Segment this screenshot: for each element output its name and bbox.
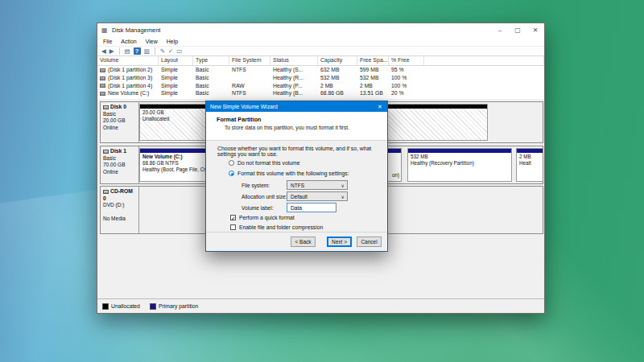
allocation-unit-select[interactable]: Default ∨ xyxy=(287,191,348,201)
legend-bar: Unallocated Primary partition xyxy=(97,298,544,313)
action-pane-icon[interactable]: ▭ xyxy=(176,47,182,55)
maximize-button[interactable]: ▢ xyxy=(509,23,526,37)
new-simple-volume-wizard-dialog: New Simple Volume Wizard ✕ Format Partit… xyxy=(205,101,388,252)
disk-icon xyxy=(103,150,109,154)
chevron-down-icon: ∨ xyxy=(341,194,345,200)
toolbar: ◀ ▶ ▤ ? ▥ ✎ ✓ ▭ xyxy=(97,46,544,56)
col-pct-free[interactable]: % Free xyxy=(389,56,424,65)
refresh-check-icon[interactable]: ✓ xyxy=(168,47,173,55)
legend-primary-partition: Primary partition xyxy=(150,303,198,310)
col-file-system[interactable]: File System xyxy=(229,56,270,65)
back-icon[interactable]: ◀ xyxy=(101,47,106,55)
radio-icon-unselected xyxy=(229,160,234,166)
next-button[interactable]: Next > xyxy=(327,237,352,247)
partition-recovery-region[interactable]: 532 MB Healthy (Recovery Partition) xyxy=(407,148,512,182)
col-empty xyxy=(424,56,544,65)
window-titlebar[interactable]: ▦ Disk Management – ▢ ✕ xyxy=(97,23,544,37)
col-capacity[interactable]: Capacity xyxy=(318,56,357,65)
back-button[interactable]: < Back xyxy=(291,237,316,247)
menu-help[interactable]: Help xyxy=(167,39,178,44)
dialog-intro-text: Choose whether you want to format this v… xyxy=(217,146,378,157)
close-button[interactable]: ✕ xyxy=(526,23,544,37)
export-list-icon[interactable]: ▥ xyxy=(144,47,150,55)
checkbox-quick-format[interactable]: ✓Perform a quick format xyxy=(230,215,295,220)
volume-label-input[interactable] xyxy=(287,203,336,212)
minimize-button[interactable]: – xyxy=(491,23,509,37)
chevron-down-icon: ∨ xyxy=(341,183,345,188)
menu-view[interactable]: View xyxy=(146,39,158,44)
col-free-space[interactable]: Free Spa... xyxy=(357,56,389,65)
console-tree-icon[interactable]: ▤ xyxy=(125,47,130,55)
dialog-header: Format Partition To store data on this p… xyxy=(206,112,387,141)
legend-unallocated: Unallocated xyxy=(102,303,140,310)
disk-icon xyxy=(103,105,109,109)
cdrom-icon xyxy=(103,190,109,194)
menu-action[interactable]: Action xyxy=(121,39,136,44)
col-volume[interactable]: Volume xyxy=(97,56,159,65)
col-layout[interactable]: Layout xyxy=(159,56,193,65)
volume-icon xyxy=(100,84,105,88)
help-icon[interactable]: ? xyxy=(134,47,141,55)
volume-row[interactable]: (Disk 1 partition 3) Simple Basic Health… xyxy=(97,74,544,82)
volume-label-label: Volume label: xyxy=(242,205,274,211)
disk-management-app-icon: ▦ xyxy=(101,27,109,34)
file-system-label: File system: xyxy=(242,183,270,188)
dialog-titlebar[interactable]: New Simple Volume Wizard ✕ xyxy=(206,101,387,112)
col-status[interactable]: Status xyxy=(270,56,318,65)
menu-bar: File Action View Help xyxy=(97,37,544,46)
dialog-close-icon[interactable]: ✕ xyxy=(373,101,387,112)
col-type[interactable]: Type xyxy=(193,56,229,65)
forward-icon[interactable]: ▶ xyxy=(109,47,114,55)
volume-list-header: Volume Layout Type File System Status Ca… xyxy=(97,56,544,66)
toolbar-separator xyxy=(155,47,155,55)
dialog-step-subtitle: To store data on this partition, you mus… xyxy=(217,125,387,130)
file-system-select[interactable]: NTFS ∨ xyxy=(287,180,348,190)
allocation-unit-label: Allocation unit size: xyxy=(242,194,287,200)
attributes-icon[interactable]: ✎ xyxy=(160,47,165,55)
window-title: Disk Management xyxy=(112,27,491,34)
radio-icon-selected xyxy=(229,171,234,176)
toolbar-separator xyxy=(119,47,120,55)
volume-icon xyxy=(100,92,105,96)
radio-do-not-format[interactable]: Do not format this volume xyxy=(229,160,299,166)
primary-partition-swatch xyxy=(150,303,156,310)
volume-icon xyxy=(100,76,105,80)
partition-oem-region[interactable]: 2 MB Healt xyxy=(516,148,543,182)
checkbox-checked-icon: ✓ xyxy=(230,215,236,220)
dialog-title: New Simple Volume Wizard xyxy=(210,104,373,109)
cancel-button[interactable]: Cancel xyxy=(357,237,382,247)
unallocated-swatch xyxy=(102,303,109,310)
checkbox-unchecked-icon xyxy=(230,224,236,230)
cdrom-label[interactable]: CD-ROM 0 DVD (D:) No Media xyxy=(101,187,139,233)
volume-icon xyxy=(100,68,105,72)
volume-row[interactable]: (Disk 1 partition 2) Simple Basic NTFS H… xyxy=(97,66,544,74)
radio-format-volume[interactable]: Format this volume with the following se… xyxy=(229,171,349,176)
disk0-label[interactable]: Disk 0 Basic 20.00 GB Online xyxy=(101,102,139,142)
disk1-label[interactable]: Disk 1 Basic 70.00 GB Online xyxy=(101,146,139,183)
dialog-footer: < Back Next > Cancel xyxy=(206,232,387,251)
volume-row[interactable]: New Volume (C:) Simple Basic NTFS Health… xyxy=(97,89,544,97)
dialog-step-title: Format Partition xyxy=(217,116,387,123)
menu-file[interactable]: File xyxy=(103,39,112,44)
volume-row[interactable]: (Disk 1 partition 4) Simple Basic RAW He… xyxy=(97,82,544,90)
checkbox-compression[interactable]: Enable file and folder compression xyxy=(230,224,323,230)
